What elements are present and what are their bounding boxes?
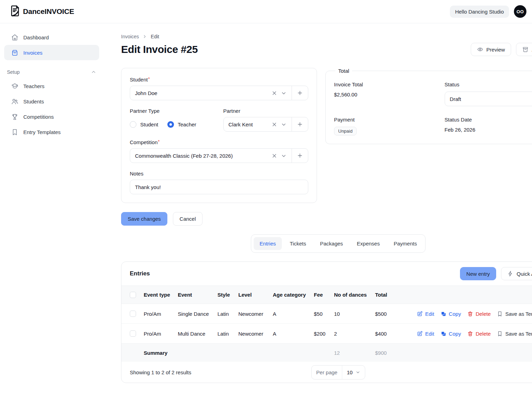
summary-total: $900 xyxy=(375,350,417,356)
detail-tabs: Entries Tickets Packages Expenses Paymen… xyxy=(251,234,426,253)
edit-icon xyxy=(417,311,423,317)
breadcrumb-invoices[interactable]: Invoices xyxy=(121,34,139,39)
partner-select[interactable]: Clark Kent xyxy=(223,117,309,132)
sidebar-item-label: Dashboard xyxy=(23,34,49,40)
edit-row-button[interactable]: Edit xyxy=(417,331,434,337)
chevron-down-icon xyxy=(355,370,360,375)
radio-unselected-icon[interactable] xyxy=(130,121,136,128)
brand-logo: DanceINVOICE xyxy=(9,5,74,18)
summary-no-of-dances: 12 xyxy=(334,350,375,356)
chevron-down-icon[interactable] xyxy=(281,153,287,159)
avatar[interactable]: OO xyxy=(514,5,526,18)
save-as-template-button[interactable]: Save as Template xyxy=(497,311,532,317)
eye-icon xyxy=(477,46,483,53)
sidebar-item-competitions[interactable]: Competitions xyxy=(4,109,99,124)
table-row: Pro/Am Multi Dance Latin Newcomer A $200… xyxy=(121,324,532,344)
col-style: Style xyxy=(217,292,238,298)
per-page-select[interactable]: 10 xyxy=(342,366,365,379)
copy-row-button[interactable]: Copy xyxy=(440,331,461,337)
total-panel-legend: Total xyxy=(335,68,352,74)
sidebar-section-label: Setup xyxy=(7,69,20,75)
sidebar: Dashboard Invoices Setup Teachers Studen… xyxy=(0,23,103,399)
competition-select[interactable]: Commonwealth Classic (Feb 27-28, 2026) xyxy=(130,148,308,163)
users-icon xyxy=(11,98,18,105)
competition-label: Competition xyxy=(130,139,308,145)
row-checkbox[interactable] xyxy=(130,330,136,337)
copy-icon xyxy=(440,331,446,337)
save-changes-button[interactable]: Save changes xyxy=(121,212,167,226)
add-partner-button[interactable] xyxy=(292,117,308,131)
col-age-category: Age category xyxy=(273,292,314,298)
invoice-form-card: Student John Doe Partner Type xyxy=(121,68,317,203)
sidebar-item-students[interactable]: Students xyxy=(4,94,99,109)
archive-box-icon xyxy=(522,46,529,53)
payment-status-badge: Unpaid xyxy=(334,127,357,135)
save-as-template-button[interactable]: Save as Template xyxy=(497,331,532,337)
quick-add-button[interactable]: Quick Add xyxy=(501,267,532,280)
plus-icon xyxy=(297,152,303,159)
table-footer: Showing 1 to 2 of 2 results Per page 10 xyxy=(121,362,532,383)
invoice-total-label: Invoice Total xyxy=(334,81,436,87)
breadcrumb: Invoices Edit xyxy=(121,34,532,39)
partner-type-option-teacher[interactable]: Teacher xyxy=(167,121,196,128)
select-all-checkbox[interactable] xyxy=(130,292,136,298)
col-no-of-dances: No of dances xyxy=(334,292,375,298)
results-count-text: Showing 1 to 2 of 2 results xyxy=(130,369,191,375)
chevron-down-icon[interactable] xyxy=(281,90,287,96)
student-select[interactable]: John Doe xyxy=(130,86,308,100)
trash-icon xyxy=(467,331,473,337)
col-event: Event xyxy=(178,292,217,298)
clear-x-icon[interactable] xyxy=(271,122,277,127)
sidebar-item-label: Teachers xyxy=(23,83,45,89)
status-select[interactable]: Draft xyxy=(445,92,532,106)
notes-label: Notes xyxy=(130,171,308,177)
add-competition-button[interactable] xyxy=(292,149,308,163)
sidebar-item-teachers[interactable]: Teachers xyxy=(4,78,99,94)
sidebar-section-setup[interactable]: Setup xyxy=(4,69,99,75)
notes-input[interactable] xyxy=(130,180,308,194)
archive-button[interactable]: Archive xyxy=(516,43,532,56)
copy-row-button[interactable]: Copy xyxy=(440,311,461,317)
summary-row: Summary 12 $900 xyxy=(121,344,532,362)
col-fee: Fee xyxy=(314,292,334,298)
chevron-up-icon xyxy=(91,69,96,75)
chevron-right-icon xyxy=(142,34,147,39)
brand-name: DanceINVOICE xyxy=(23,7,74,16)
cancel-button[interactable]: Cancel xyxy=(173,212,203,226)
tab-entries[interactable]: Entries xyxy=(254,237,282,250)
delete-row-button[interactable]: Delete xyxy=(467,311,491,317)
row-checkbox[interactable] xyxy=(130,311,136,317)
bookmark-icon xyxy=(497,311,503,317)
add-student-button[interactable] xyxy=(292,86,308,100)
sidebar-item-entry-templates[interactable]: Entry Templates xyxy=(4,124,99,140)
tab-packages[interactable]: Packages xyxy=(314,237,349,250)
clear-x-icon[interactable] xyxy=(271,90,277,96)
sidebar-item-dashboard[interactable]: Dashboard xyxy=(4,30,99,45)
delete-row-button[interactable]: Delete xyxy=(467,331,491,337)
new-entry-button[interactable]: New entry xyxy=(460,267,496,280)
col-event-type: Event type xyxy=(144,292,178,298)
invoice-total-value: $2,560.00 xyxy=(334,92,436,97)
status-date-value: Feb 26, 2026 xyxy=(445,127,532,133)
sidebar-item-label: Competitions xyxy=(23,114,54,120)
page-title: Edit Invoice #25 xyxy=(121,44,198,55)
chevron-down-icon[interactable] xyxy=(281,122,287,127)
sidebar-item-invoices[interactable]: Invoices xyxy=(4,45,99,60)
per-page-control: Per page 10 xyxy=(311,365,365,380)
main-content: Invoices Edit Edit Invoice #25 Preview A… xyxy=(103,23,532,399)
trash-icon xyxy=(467,311,473,317)
partner-type-option-student[interactable]: Student xyxy=(130,121,158,128)
tab-tickets[interactable]: Tickets xyxy=(284,237,312,250)
edit-row-button[interactable]: Edit xyxy=(417,311,434,317)
status-label: Status xyxy=(445,81,532,87)
bookmark-icon xyxy=(497,331,503,337)
radio-selected-icon[interactable] xyxy=(167,121,174,128)
status-select-value: Draft xyxy=(450,96,461,102)
preview-button[interactable]: Preview xyxy=(471,43,511,56)
student-label: Student xyxy=(130,77,308,83)
clear-x-icon[interactable] xyxy=(271,153,277,159)
tab-expenses[interactable]: Expenses xyxy=(351,237,386,250)
copy-icon xyxy=(440,311,446,317)
tab-payments[interactable]: Payments xyxy=(388,237,423,250)
col-level: Level xyxy=(238,292,273,298)
